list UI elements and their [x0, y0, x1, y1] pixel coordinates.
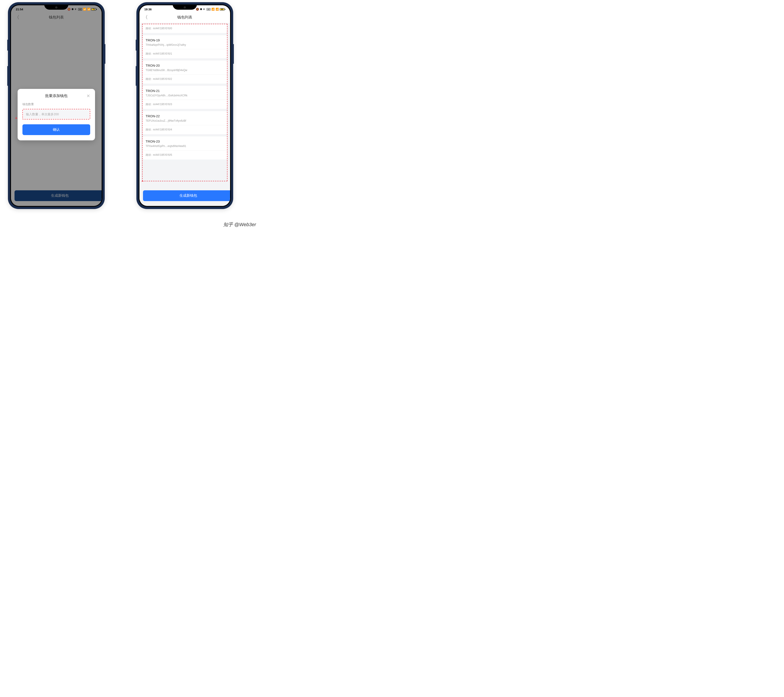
close-icon[interactable]: ✕: [86, 94, 90, 98]
wifi-icon: ᯤ: [74, 8, 77, 11]
wifi-icon: ᯤ: [203, 8, 206, 11]
bluetooth-icon: ✱: [200, 8, 202, 11]
mute-icon: 🔕: [196, 8, 199, 11]
wallet-path: 路径:m/44'/195'/0'/0/4: [143, 125, 227, 134]
wallet-card[interactable]: TRON-21TJSCdJYGjvA6h…iSxKdxHroXCRk路径:m/4…: [143, 86, 227, 109]
hd-icon: HD: [207, 8, 211, 11]
wallet-card[interactable]: 路径:m/44'/195'/0'/0/0: [143, 24, 227, 33]
page-title: 钱包列表: [11, 15, 102, 20]
battery-icon: 83: [220, 8, 225, 11]
highlight-box: [22, 109, 90, 119]
signal-icon: 📶: [211, 8, 215, 11]
confirm-button[interactable]: 确认: [22, 124, 90, 135]
wallet-address: TEFUXxi1wJcuZ…j9NwTvftyv6zBf: [146, 119, 224, 122]
wallet-address: TG6EYa56nuS8…BzuyoH9jD4xQw: [146, 69, 224, 72]
wallet-name: TRON-23: [146, 140, 224, 143]
status-time: 21:54: [16, 8, 23, 11]
wallet-card[interactable]: TRON-20TG6EYa56nuS8…BzuyoH9jD4xQw路径:m/44…: [143, 61, 227, 84]
hd-icon: HD: [78, 8, 82, 11]
bluetooth-icon: ✱: [71, 8, 74, 11]
wallet-path: 路径:m/44'/195'/0'/0/5: [143, 150, 227, 160]
add-wallets-modal: 批量添加钱包 ✕ 钱包数量 确认: [18, 89, 95, 140]
status-icons: 🔕 ✱ ᯤ HD 📶 📶 71: [67, 8, 97, 11]
page-title: 钱包列表: [140, 15, 230, 20]
wallet-card[interactable]: TRON-19THrbaNqnPiXhj…tpWGrcnJj7sdhy路径:m/…: [143, 35, 227, 58]
wallet-address: TPXw4HofGpPn…esjtv6NoHew91: [146, 145, 224, 148]
wallet-list-container[interactable]: 路径:m/44'/195'/0'/0/0TRON-19THrbaNqnPiXhj…: [140, 23, 230, 206]
wallet-address: THrbaNqnPiXhj…tpWGrcnJj7sdhy: [146, 43, 224, 46]
app-header: 〈 钱包列表: [140, 12, 230, 23]
wallet-name: TRON-22: [146, 114, 224, 118]
quantity-input[interactable]: [23, 110, 89, 119]
phone-right: 19:36 🔕 ✱ ᯤ HD 📶 📶 83 〈 钱包列表 路径:: [137, 2, 233, 209]
wallet-card[interactable]: TRON-23TPXw4HofGpPn…esjtv6NoHew91路径:m/44…: [143, 137, 227, 160]
wallet-address: TJSCdJYGjvA6h…iSxKdxHroXCRk: [146, 94, 224, 97]
generate-wallet-button[interactable]: 生成新钱包: [143, 190, 230, 201]
app-header: 〈 钱包列表: [11, 12, 102, 23]
wallet-path: 路径:m/44'/195'/0'/0/2: [143, 74, 227, 84]
wallet-path: 路径:m/44'/195'/0'/0/0: [143, 24, 227, 33]
back-icon[interactable]: 〈: [15, 15, 19, 20]
wallet-name: TRON-21: [146, 89, 224, 92]
wallet-path: 路径:m/44'/195'/0'/0/3: [143, 100, 227, 109]
phone-left: 21:54 🔕 ✱ ᯤ HD 📶 📶 71 〈 钱包列表: [8, 2, 105, 209]
status-time: 19:36: [144, 8, 152, 11]
wallet-name: TRON-20: [146, 64, 224, 68]
status-icons: 🔕 ✱ ᯤ HD 📶 📶 83: [196, 8, 225, 11]
quantity-label: 钱包数量: [22, 102, 90, 106]
mute-icon: 🔕: [67, 8, 71, 11]
signal-icon: 📶: [83, 8, 86, 11]
modal-title: 批量添加钱包: [22, 93, 90, 98]
signal-icon: 📶: [216, 8, 219, 11]
battery-icon: 71: [91, 8, 97, 11]
wallet-path: 路径:m/44'/195'/0'/0/1: [143, 49, 227, 58]
wallet-card[interactable]: TRON-22TEFUXxi1wJcuZ…j9NwTvftyv6zBf路径:m/…: [143, 111, 227, 134]
watermark: 知乎 @Web3er: [223, 221, 256, 228]
back-icon[interactable]: 〈: [143, 15, 148, 20]
wallet-name: TRON-19: [146, 38, 224, 42]
signal-icon: 📶: [87, 8, 91, 11]
